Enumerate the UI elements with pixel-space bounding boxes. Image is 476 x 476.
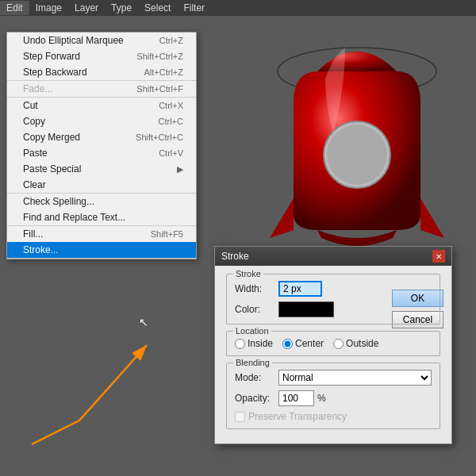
location-radio-group: Inside Center Outside xyxy=(235,338,432,349)
menu-section-3: Cut Ctrl+X Copy Ctrl+C Copy Merged Shift… xyxy=(7,98,196,194)
menu-cut-shortcut: Ctrl+X xyxy=(159,101,183,110)
opacity-row: Opacity: % xyxy=(235,390,432,406)
dialog-close-button[interactable]: ✕ xyxy=(432,250,445,263)
width-label: Width: xyxy=(235,283,278,294)
menu-copy[interactable]: Copy Ctrl+C xyxy=(7,113,196,129)
outside-radio[interactable] xyxy=(333,339,344,349)
canvas-area: Undo Elliptical Marquee Ctrl+Z Step Forw… xyxy=(0,16,476,476)
mode-select[interactable]: Normal xyxy=(278,370,432,386)
menu-undo-label: Undo Elliptical Marquee xyxy=(23,35,124,46)
menu-step-backward-label: Step Backward xyxy=(23,67,87,78)
color-swatch[interactable] xyxy=(278,301,334,317)
menu-section-2: Fade... Shift+Ctrl+F xyxy=(7,81,196,98)
menu-step-forward-shortcut: Shift+Ctrl+Z xyxy=(136,52,183,61)
menu-section-4: Check Spelling... Find and Replace Text.… xyxy=(7,194,196,226)
preserve-transparency-label[interactable]: Preserve Transparency xyxy=(235,411,347,422)
menu-cut[interactable]: Cut Ctrl+X xyxy=(7,98,196,113)
menu-paste[interactable]: Paste Ctrl+V xyxy=(7,145,196,161)
menu-find-replace-label: Find and Replace Text... xyxy=(23,212,125,223)
menu-fade-shortcut: Shift+Ctrl+F xyxy=(136,84,183,94)
stroke-group-label: Stroke xyxy=(233,269,263,278)
menu-copy-merged-label: Copy Merged xyxy=(23,132,80,143)
menu-check-spelling[interactable]: Check Spelling... xyxy=(7,194,196,209)
menu-filter[interactable]: Filter xyxy=(177,1,211,15)
menu-fade-label: Fade... xyxy=(23,83,52,94)
dialog-title: Stroke xyxy=(221,251,249,262)
menu-undo[interactable]: Undo Elliptical Marquee Ctrl+Z xyxy=(7,33,196,48)
svg-line-7 xyxy=(79,345,147,420)
dialog-body: OK Cancel Stroke Width: Color: Location xyxy=(215,266,451,443)
center-radio[interactable] xyxy=(282,339,293,349)
menu-step-backward[interactable]: Step Backward Alt+Ctrl+Z xyxy=(7,64,196,80)
menu-bar: Edit Image Layer Type Select Filter xyxy=(0,0,476,16)
mode-label: Mode: xyxy=(235,372,278,383)
menu-check-spelling-label: Check Spelling... xyxy=(23,196,94,207)
menu-stroke[interactable]: Stroke... xyxy=(7,242,196,258)
menu-layer[interactable]: Layer xyxy=(68,1,105,15)
menu-copy-merged[interactable]: Copy Merged Shift+Ctrl+C xyxy=(7,129,196,145)
menu-fill[interactable]: Fill... Shift+F5 xyxy=(7,226,196,242)
blending-group-label: Blending xyxy=(233,358,272,367)
center-radio-text: Center xyxy=(295,338,324,349)
menu-step-backward-shortcut: Alt+Ctrl+Z xyxy=(144,67,183,77)
menu-select[interactable]: Select xyxy=(138,1,177,15)
menu-paste-label: Paste xyxy=(23,148,48,159)
rocket-container xyxy=(254,24,460,262)
menu-step-forward-label: Step Forward xyxy=(23,51,80,62)
inside-radio-text: Inside xyxy=(248,338,273,349)
menu-paste-special-arrow: ▶ xyxy=(177,164,183,175)
edit-dropdown-menu: Undo Elliptical Marquee Ctrl+Z Step Forw… xyxy=(6,32,197,259)
preserve-row: Preserve Transparency xyxy=(235,411,432,422)
preserve-transparency-checkbox[interactable] xyxy=(235,412,245,422)
stroke-group: Stroke Width: Color: xyxy=(226,274,440,324)
dialog-titlebar: Stroke ✕ xyxy=(215,247,451,266)
width-input[interactable] xyxy=(278,281,322,297)
outside-radio-text: Outside xyxy=(346,338,378,349)
menu-clear[interactable]: Clear xyxy=(7,177,196,193)
menu-section-5: Fill... Shift+F5 Stroke... xyxy=(7,226,196,259)
menu-image[interactable]: Image xyxy=(29,1,68,15)
menu-edit[interactable]: Edit xyxy=(0,1,29,15)
color-row: Color: xyxy=(235,301,432,317)
preserve-transparency-text: Preserve Transparency xyxy=(248,411,347,422)
color-label: Color: xyxy=(235,304,278,315)
svg-line-8 xyxy=(32,420,79,444)
menu-paste-shortcut: Ctrl+V xyxy=(159,148,183,158)
menu-fade[interactable]: Fade... Shift+Ctrl+F xyxy=(7,81,196,97)
menu-section-1: Undo Elliptical Marquee Ctrl+Z Step Forw… xyxy=(7,33,196,81)
menu-fill-label: Fill... xyxy=(23,228,43,240)
menu-copy-label: Copy xyxy=(23,116,45,127)
location-group-label: Location xyxy=(233,326,271,336)
opacity-label: Opacity: xyxy=(235,393,278,404)
blending-group: Blending Mode: Normal Opacity: % Preserv… xyxy=(226,363,440,429)
rocket-svg xyxy=(254,24,460,262)
svg-point-2 xyxy=(327,125,387,185)
menu-paste-special[interactable]: Paste Special ▶ xyxy=(7,161,196,177)
menu-copy-shortcut: Ctrl+C xyxy=(159,117,183,126)
center-radio-label[interactable]: Center xyxy=(282,338,324,349)
menu-copy-merged-shortcut: Shift+Ctrl+C xyxy=(136,132,183,142)
width-row: Width: xyxy=(235,281,432,297)
menu-find-replace[interactable]: Find and Replace Text... xyxy=(7,209,196,225)
menu-paste-special-label: Paste Special xyxy=(23,163,81,175)
menu-fill-shortcut: Shift+F5 xyxy=(151,229,183,239)
stroke-dialog: Stroke ✕ OK Cancel Stroke Width: Color: xyxy=(214,246,452,444)
opacity-unit: % xyxy=(317,393,326,404)
menu-stroke-label: Stroke... xyxy=(23,244,59,255)
mode-row: Mode: Normal xyxy=(235,370,432,386)
menu-step-forward[interactable]: Step Forward Shift+Ctrl+Z xyxy=(7,48,196,64)
menu-cut-label: Cut xyxy=(23,100,38,111)
menu-undo-shortcut: Ctrl+Z xyxy=(159,36,183,45)
outside-radio-label[interactable]: Outside xyxy=(333,338,378,349)
menu-type[interactable]: Type xyxy=(105,1,138,15)
opacity-input[interactable] xyxy=(278,390,314,406)
inside-radio[interactable] xyxy=(235,339,245,349)
inside-radio-label[interactable]: Inside xyxy=(235,338,273,349)
location-group: Location Inside Center Outside xyxy=(226,331,440,356)
mouse-cursor: ↖ xyxy=(139,316,148,328)
menu-clear-label: Clear xyxy=(23,179,46,190)
